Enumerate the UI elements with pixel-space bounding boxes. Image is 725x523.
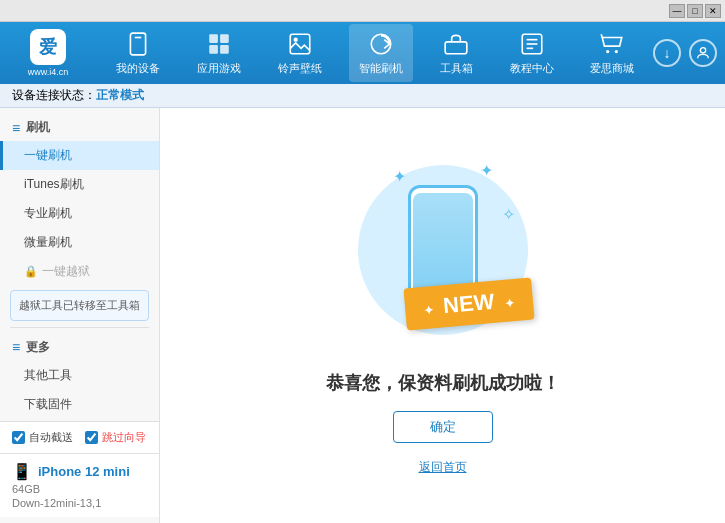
svg-rect-0	[131, 33, 146, 55]
svg-point-14	[607, 50, 610, 53]
sidebar-item-pro[interactable]: 专业刷机	[0, 199, 159, 228]
svg-point-17	[700, 48, 705, 53]
nav-apps-label: 应用游戏	[197, 61, 241, 76]
navbar: 爱 www.i4.cn 我的设备 应用游戏 铃声壁纸 智能刷机	[0, 22, 725, 84]
nav-store-label: 爱思商城	[590, 61, 634, 76]
nav-items: 我的设备 应用游戏 铃声壁纸 智能刷机 工具箱	[98, 24, 653, 82]
sidebar-divider	[10, 327, 149, 328]
connection-status-label: 设备连接状态：	[12, 87, 96, 104]
sidebar-item-one-click[interactable]: 一键刷机	[0, 141, 159, 170]
device-model: Down-12mini-13,1	[12, 497, 147, 509]
auto-send-checkbox[interactable]: 自动截送	[12, 430, 73, 445]
svg-rect-3	[220, 34, 229, 43]
nav-wallpaper[interactable]: 铃声壁纸	[268, 24, 332, 82]
sidebar-item-download-firmware[interactable]: 下载固件	[0, 390, 159, 419]
sidebar-section-flash: ≡ 刷机	[0, 114, 159, 141]
download-button[interactable]: ↓	[653, 39, 681, 67]
flash-icon	[367, 30, 395, 58]
sparkle-2: ✦	[480, 161, 493, 180]
nav-right: ↓	[653, 39, 717, 67]
success-area: ✦ ✦ ✧ NEW 恭喜您，保资料刷机成功啦！ 确定 返回首页	[326, 155, 560, 476]
lock-icon: 🔒	[24, 265, 38, 278]
nav-apps[interactable]: 应用游戏	[187, 24, 251, 82]
sidebar-section-more: ≡ 更多	[0, 334, 159, 361]
tutorial-icon	[518, 30, 546, 58]
sidebar-item-other-tools[interactable]: 其他工具	[0, 361, 159, 390]
nav-toolbox-label: 工具箱	[440, 61, 473, 76]
skip-wizard-label: 跳过向导	[102, 430, 146, 445]
device-info: 📱 iPhone 12 mini 64GB Down-12mini-13,1	[0, 453, 159, 517]
app-logo: 爱 www.i4.cn	[8, 29, 88, 77]
svg-line-16	[602, 34, 603, 37]
device-icon: 📱	[12, 462, 32, 481]
close-button[interactable]: ✕	[705, 4, 721, 18]
nav-smart-flash[interactable]: 智能刷机	[349, 24, 413, 82]
nav-my-device[interactable]: 我的设备	[106, 24, 170, 82]
auto-send-input[interactable]	[12, 431, 25, 444]
checkboxes-area: 自动截送 跳过向导	[0, 421, 159, 453]
apps-icon	[205, 30, 233, 58]
main-area: ≡ 刷机 一键刷机 iTunes刷机 专业刷机 微量刷机 🔒 一键越狱 越狱工具…	[0, 108, 725, 523]
nav-tutorial-label: 教程中心	[510, 61, 554, 76]
more-section-icon: ≡	[12, 339, 20, 355]
sidebar-section-flash-label: 刷机	[26, 119, 50, 136]
user-button[interactable]	[689, 39, 717, 67]
success-text: 恭喜您，保资料刷机成功啦！	[326, 371, 560, 395]
device-name: iPhone 12 mini	[38, 464, 130, 479]
back-home-link[interactable]: 返回首页	[419, 459, 467, 476]
connection-status-value: 正常模式	[96, 87, 144, 104]
nav-toolbox[interactable]: 工具箱	[430, 24, 483, 82]
svg-rect-5	[220, 45, 229, 54]
svg-point-7	[294, 38, 298, 42]
sidebar-locked-jailbreak: 🔒 一键越狱	[0, 257, 159, 286]
connection-statusbar: 设备连接状态： 正常模式	[0, 84, 725, 108]
svg-rect-9	[445, 42, 467, 54]
sidebar-item-micro[interactable]: 微量刷机	[0, 228, 159, 257]
sidebar-section-more-label: 更多	[26, 339, 50, 356]
skip-wizard-checkbox[interactable]: 跳过向导	[85, 430, 146, 445]
logo-icon: 爱	[30, 29, 66, 65]
flash-section-icon: ≡	[12, 120, 20, 136]
svg-point-15	[615, 50, 618, 53]
sparkle-1: ✦	[393, 167, 406, 186]
auto-send-label: 自动截送	[29, 430, 73, 445]
titlebar: — □ ✕	[0, 0, 725, 22]
minimize-button[interactable]: —	[669, 4, 685, 18]
nav-store[interactable]: 爱思商城	[580, 24, 644, 82]
sparkle-3: ✧	[502, 205, 515, 224]
sidebar-item-itunes[interactable]: iTunes刷机	[0, 170, 159, 199]
toolbox-icon	[442, 30, 470, 58]
device-icon	[124, 30, 152, 58]
content-area: ✦ ✦ ✧ NEW 恭喜您，保资料刷机成功啦！ 确定 返回首页	[160, 108, 725, 523]
sidebar: ≡ 刷机 一键刷机 iTunes刷机 专业刷机 微量刷机 🔒 一键越狱 越狱工具…	[0, 108, 160, 523]
device-storage: 64GB	[12, 483, 147, 495]
nav-tutorial[interactable]: 教程中心	[500, 24, 564, 82]
maximize-button[interactable]: □	[687, 4, 703, 18]
wallpaper-icon	[286, 30, 314, 58]
nav-my-device-label: 我的设备	[116, 61, 160, 76]
logo-text: www.i4.cn	[28, 67, 69, 77]
confirm-button[interactable]: 确定	[393, 411, 493, 443]
svg-rect-2	[210, 34, 219, 43]
svg-rect-4	[210, 45, 219, 54]
nav-smart-flash-label: 智能刷机	[359, 61, 403, 76]
svg-rect-6	[290, 34, 310, 54]
store-icon	[598, 30, 626, 58]
phone-illustration: ✦ ✦ ✧ NEW	[353, 155, 533, 355]
skip-wizard-input[interactable]	[85, 431, 98, 444]
nav-wallpaper-label: 铃声壁纸	[278, 61, 322, 76]
sidebar-notice: 越狱工具已转移至工具箱	[10, 290, 149, 321]
